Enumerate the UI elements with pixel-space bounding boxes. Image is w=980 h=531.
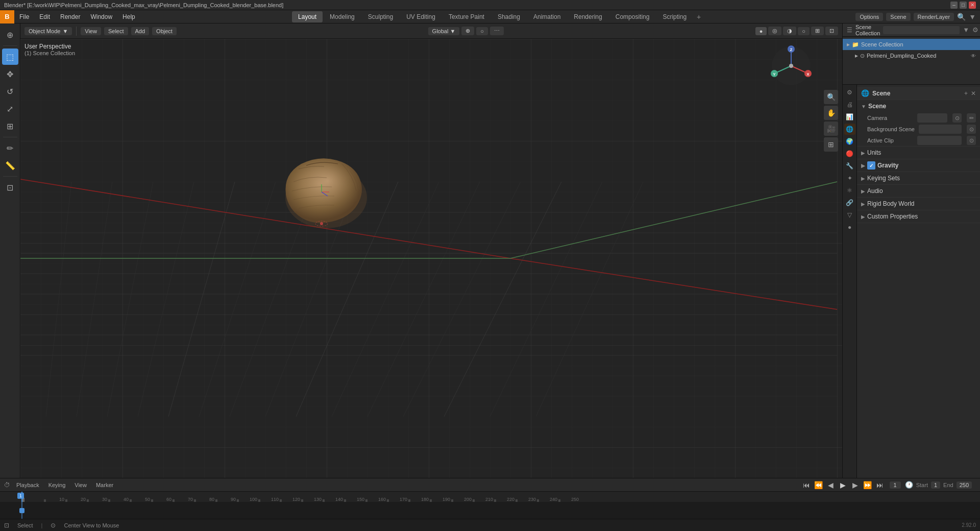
view-layer-icon[interactable]: 📊	[844, 111, 855, 123]
measure-tool[interactable]: 📏	[2, 157, 18, 174]
3d-viewport[interactable]: User Perspective (1) Scene Collection Z	[20, 39, 842, 478]
move-tool[interactable]: ✥	[2, 66, 18, 82]
menu-window[interactable]: Window	[85, 10, 117, 23]
gravity-checkbox[interactable]: ✓	[867, 161, 875, 170]
scene-collection-item[interactable]: ▸ 📁 Scene Collection	[843, 39, 980, 50]
add-object-tool[interactable]: ⊡	[2, 179, 18, 196]
menu-edit[interactable]: Edit	[34, 10, 55, 23]
viewport-zoom-tool[interactable]: 🔍	[824, 90, 838, 104]
viewport-shading-rendered[interactable]: ○	[798, 27, 810, 35]
dumpling-object-item[interactable]: ▸ ⊙ Pelmeni_Dumpling_Cooked 👁	[843, 50, 980, 61]
tab-uv-editing[interactable]: UV Editing	[400, 11, 442, 22]
menu-help[interactable]: Help	[117, 10, 140, 23]
next-keyframe-button[interactable]: ▶	[850, 479, 861, 491]
prev-keyframe-button[interactable]: ◀	[825, 479, 837, 491]
scale-tool[interactable]: ⤢	[2, 101, 18, 117]
tab-rendering[interactable]: Rendering	[568, 11, 608, 22]
transform-tool[interactable]: ⊞	[2, 118, 18, 134]
object-properties-icon[interactable]: 🔴	[844, 148, 855, 159]
new-scene-icon[interactable]: +	[964, 90, 968, 97]
search-icon[interactable]: 🔍	[957, 13, 966, 21]
world-properties-icon[interactable]: 🌍	[844, 136, 855, 147]
menu-render[interactable]: Render	[55, 10, 85, 23]
scene-selector[interactable]: Scene	[886, 13, 910, 21]
render-properties-icon[interactable]: ⚙	[844, 87, 855, 98]
options-button[interactable]: Options	[855, 13, 883, 21]
active-clip-icon[interactable]: ⊙	[967, 136, 976, 145]
viewport-camera-tool[interactable]: 🎥	[824, 122, 838, 136]
active-clip-value[interactable]	[917, 136, 962, 145]
tab-compositing[interactable]: Compositing	[609, 11, 656, 22]
frame-number-input[interactable]: 1	[890, 481, 901, 489]
scene-properties-icon[interactable]: 🌐	[844, 124, 855, 135]
audio-section-header[interactable]: ▶ Audio	[857, 185, 980, 197]
viewport-shading-solid[interactable]: ●	[755, 27, 767, 35]
data-properties-icon[interactable]: ▽	[844, 209, 855, 221]
tab-scripting[interactable]: Scripting	[656, 11, 693, 22]
playback-menu[interactable]: Playback	[13, 481, 42, 489]
frame-start-input[interactable]: 1	[931, 481, 940, 489]
particle-properties-icon[interactable]: ✦	[844, 173, 855, 184]
modifier-properties-icon[interactable]: 🔧	[844, 160, 855, 172]
tab-animation[interactable]: Animation	[527, 11, 567, 22]
close-button[interactable]: ✕	[969, 2, 976, 9]
prev-frame-button[interactable]: ⏪	[813, 479, 824, 491]
scene-section-header[interactable]: ▼ Scene	[857, 100, 980, 112]
view-menu[interactable]: View	[71, 481, 90, 489]
proportional-edit[interactable]: ○	[476, 27, 488, 35]
mode-selector[interactable]: Object Mode ▼	[24, 27, 72, 35]
minimize-button[interactable]: –	[950, 2, 958, 9]
object-visibility-icon[interactable]: 👁	[971, 53, 976, 59]
gravity-section-header[interactable]: ▶ ✓ Gravity	[857, 159, 980, 172]
viewport-view-toggle[interactable]: ⊞	[824, 137, 838, 152]
cursor-tool[interactable]: ⊕	[2, 27, 18, 43]
tab-texture-paint[interactable]: Texture Paint	[443, 11, 491, 22]
material-properties-icon[interactable]: ●	[844, 222, 855, 233]
jump-end-button[interactable]: ⏭	[874, 479, 886, 491]
keying-sets-header[interactable]: ▶ Keying Sets	[857, 172, 980, 184]
add-workspace-button[interactable]: +	[694, 12, 704, 22]
dumpling-model[interactable]	[271, 146, 378, 238]
viewport-shading-wire[interactable]: ◎	[768, 27, 781, 35]
xray-toggle[interactable]: ⊡	[825, 27, 838, 35]
play-button[interactable]: ▶	[838, 479, 849, 491]
snap-toggle[interactable]: ⊕	[461, 27, 474, 35]
menu-file[interactable]: File	[14, 10, 34, 23]
tab-modeling[interactable]: Modeling	[324, 11, 361, 22]
frame-end-input[interactable]: 250	[957, 481, 972, 489]
viewport-perspective-toggle[interactable]: Global ▼	[428, 27, 460, 35]
timeline-ruler[interactable]: 1 10 20 30 40 50 60	[0, 492, 980, 519]
marker-menu[interactable]: Marker	[93, 481, 116, 489]
select-menu[interactable]: Select	[104, 27, 128, 35]
overlay-toggle[interactable]: ⊞	[811, 27, 824, 35]
physics-properties-icon[interactable]: ⚛	[844, 185, 855, 196]
camera-value[interactable]	[917, 113, 947, 123]
filter-icon[interactable]: ▼	[969, 13, 976, 21]
custom-props-header[interactable]: ▶ Custom Properties	[857, 210, 980, 223]
add-menu[interactable]: Add	[131, 27, 150, 35]
render-layer-selector[interactable]: RenderLayer	[914, 13, 954, 21]
constraint-properties-icon[interactable]: 🔗	[844, 197, 855, 208]
tab-shading[interactable]: Shading	[492, 11, 526, 22]
outliner-search-input[interactable]	[883, 26, 960, 34]
viewport-pan-tool[interactable]: ✋	[824, 106, 838, 120]
unlink-icon[interactable]: ✕	[971, 90, 976, 97]
rigid-body-header[interactable]: ▶ Rigid Body World	[857, 198, 980, 210]
select-box-tool[interactable]: ⬚	[2, 49, 18, 65]
rotate-tool[interactable]: ↺	[2, 83, 18, 100]
keying-menu[interactable]: Keying	[45, 481, 69, 489]
bg-scene-icon[interactable]: ⊙	[967, 125, 976, 134]
camera-browse-icon[interactable]: ⊙	[952, 113, 962, 123]
object-menu[interactable]: Object	[152, 27, 177, 35]
tab-sculpting[interactable]: Sculpting	[362, 11, 399, 22]
tab-layout[interactable]: Layout	[292, 11, 323, 22]
keyframe-area[interactable]	[0, 502, 980, 519]
units-section-header[interactable]: ▶ Units	[857, 147, 980, 159]
jump-start-button[interactable]: ⏮	[801, 479, 812, 491]
output-properties-icon[interactable]: 🖨	[844, 99, 855, 110]
outliner-filter-icon[interactable]: ▼	[963, 26, 969, 34]
outliner-new-icon[interactable]: ⚙	[972, 26, 978, 34]
annotate-tool[interactable]: ✏	[2, 140, 18, 156]
camera-edit-icon[interactable]: ✏	[967, 113, 976, 123]
viewport-header-extra[interactable]: ⋯	[490, 27, 504, 35]
